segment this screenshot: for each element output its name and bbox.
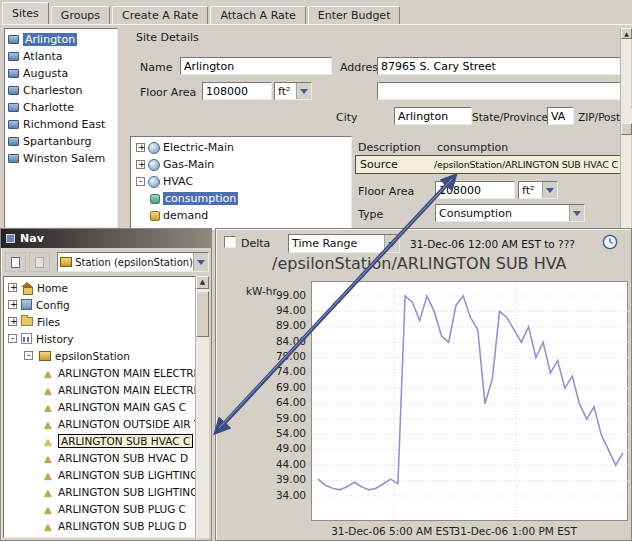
- dropdown-arrow-icon[interactable]: [193, 253, 208, 271]
- nav-history-item[interactable]: ARLINGTON MAIN ELECTRIC: [4, 364, 208, 381]
- nav-item-label: History: [36, 333, 73, 345]
- tree-item-demand[interactable]: demand: [150, 207, 351, 224]
- source-value: /epsilonStation/ARLINGTON SUB HVAC C: [434, 159, 618, 170]
- tab[interactable]: Attach A Rate: [210, 6, 305, 24]
- clock-icon[interactable]: [602, 234, 618, 250]
- nav-history-item[interactable]: ARLINGTON MAIN ELECTRIC: [4, 381, 208, 398]
- nav-item-label: epsilonStation: [55, 350, 130, 362]
- history-item-list: ARLINGTON MAIN ELECTRIC ARLINGTON MAIN E…: [4, 364, 208, 534]
- details-scrollbar[interactable]: ▲: [620, 28, 631, 232]
- copy-item-button[interactable]: [29, 252, 50, 272]
- site-list-item[interactable]: Charleston: [6, 82, 117, 99]
- nav-history-item[interactable]: ARLINGTON SUB HVAC C: [4, 432, 208, 449]
- tree-item-consumption[interactable]: consumption: [150, 190, 351, 207]
- nav-title-bar[interactable]: Nav: [1, 229, 211, 248]
- expand-icon[interactable]: [24, 351, 33, 360]
- tab[interactable]: Create A Rate: [112, 6, 208, 24]
- meter-floor-area-unit-value: ft²: [519, 184, 542, 197]
- nav-history-item[interactable]: ARLINGTON SUB LIGHTING: [4, 483, 208, 500]
- scroll-thumb[interactable]: [621, 123, 632, 135]
- site-list-item[interactable]: Winston Salem: [6, 150, 117, 167]
- scroll-up-button[interactable]: ▲: [621, 28, 632, 39]
- tab[interactable]: Sites: [2, 2, 49, 24]
- y-axis-tick-label: 44.00: [262, 458, 306, 470]
- scroll-up-button[interactable]: ▲: [196, 276, 209, 289]
- dropdown-arrow-icon[interactable]: [569, 205, 584, 221]
- tree-item-gas-main[interactable]: Gas-Main: [136, 156, 351, 173]
- meter-icon: [148, 142, 160, 154]
- nav-item-history[interactable]: History: [4, 330, 208, 347]
- nav-tree[interactable]: Home Config Files History epsilonStation…: [3, 276, 209, 538]
- site-label: Atlanta: [23, 50, 62, 63]
- nav-history-item[interactable]: ARLINGTON SUB PLUG D: [4, 517, 208, 534]
- floor-area-label: Floor Area: [140, 86, 196, 99]
- new-item-button[interactable]: [5, 252, 26, 272]
- dropdown-arrow-icon[interactable]: [542, 182, 557, 198]
- site-list-item[interactable]: Arlington: [6, 31, 117, 48]
- nav-item-label: ARLINGTON SUB LIGHTING: [58, 486, 198, 498]
- nav-history-item[interactable]: ARLINGTON MAIN GAS C: [4, 398, 208, 415]
- meter-icon: [148, 176, 160, 188]
- floor-area-input[interactable]: [202, 82, 272, 100]
- dropdown-arrow-icon[interactable]: [296, 83, 311, 99]
- site-details-heading: Site Details: [136, 31, 199, 44]
- date-range-text: 31-Dec-06 12:00 AM EST to ???: [410, 238, 575, 250]
- scroll-thumb[interactable]: [196, 291, 209, 337]
- nav-item-label: Home: [37, 282, 68, 294]
- site-label: Augusta: [23, 67, 68, 80]
- meter-floor-area-unit-select[interactable]: ft²: [518, 181, 558, 199]
- name-input[interactable]: [180, 57, 332, 75]
- x-axis-tick-label: 31-Dec-06 1:00 PM EST: [440, 525, 590, 537]
- station-select[interactable]: Station (epsilonStation): [57, 252, 209, 272]
- site-list-item[interactable]: Atlanta: [6, 48, 117, 65]
- history-chart-panel: Delta Time Range 31-Dec-06 12:00 AM EST …: [215, 228, 632, 541]
- type-select[interactable]: Consumption: [435, 204, 585, 222]
- site-manager-window: SitesGroupsCreate A RateAttach A RateEnt…: [0, 0, 632, 232]
- site-list[interactable]: Arlington Atlanta Augusta Charleston Cha…: [4, 28, 118, 228]
- nav-item-home[interactable]: Home: [4, 279, 208, 296]
- address-input[interactable]: [377, 57, 621, 75]
- site-list-item[interactable]: Augusta: [6, 65, 117, 82]
- expand-icon[interactable]: [8, 317, 17, 326]
- nav-item-files[interactable]: Files: [4, 313, 208, 330]
- meter-floor-area-label: Floor Area: [358, 185, 414, 198]
- state-input[interactable]: [547, 107, 574, 125]
- y-axis-tick-label: 74.00: [262, 365, 306, 377]
- delta-checkbox[interactable]: [224, 236, 236, 248]
- tree-item-hvac[interactable]: HVAC: [136, 173, 351, 190]
- y-axis-tick-label: 59.00: [262, 412, 306, 424]
- tab-bar: SitesGroupsCreate A RateAttach A RateEnt…: [2, 3, 632, 25]
- expand-icon[interactable]: [8, 334, 17, 343]
- nav-history-item[interactable]: ARLINGTON SUB LIGHTING: [4, 466, 208, 483]
- nav-history-item[interactable]: ARLINGTON OUTSIDE AIR T: [4, 415, 208, 432]
- dropdown-arrow-icon[interactable]: [384, 235, 399, 252]
- meter-floor-area-input[interactable]: [435, 181, 515, 199]
- history-delta-icon: [42, 418, 54, 430]
- nav-history-item[interactable]: ARLINGTON SUB PLUG C: [4, 500, 208, 517]
- expand-icon[interactable]: [8, 300, 17, 309]
- nav-history-item[interactable]: ARLINGTON SUB HVAC D: [4, 449, 208, 466]
- nav-item-station[interactable]: epsilonStation: [4, 347, 208, 364]
- expand-icon[interactable]: [136, 143, 145, 152]
- city-input[interactable]: [394, 107, 472, 125]
- site-list-item[interactable]: Spartanburg: [6, 133, 117, 150]
- site-icon: [8, 120, 19, 129]
- nav-scrollbar[interactable]: ▲: [195, 276, 209, 538]
- expand-icon[interactable]: [136, 177, 145, 186]
- tree-item-electric-main[interactable]: Electric-Main: [136, 139, 351, 156]
- address-line2-input[interactable]: [377, 82, 621, 100]
- plot-area[interactable]: [311, 281, 628, 521]
- tab[interactable]: Enter Budget: [308, 6, 401, 24]
- expand-icon[interactable]: [136, 160, 145, 169]
- source-field-highlighted[interactable]: Source /epsilonStation/ARLINGTON SUB HVA…: [355, 155, 626, 174]
- expand-icon[interactable]: [8, 283, 17, 292]
- y-axis-tick-label: 84.00: [262, 335, 306, 347]
- meter-tree[interactable]: Electric-Main Gas-Main HVAC consumption …: [130, 136, 352, 230]
- nav-item-config[interactable]: Config: [4, 296, 208, 313]
- site-list-item[interactable]: Charlotte: [6, 99, 117, 116]
- description-label: Description: [358, 141, 421, 154]
- y-axis-tick-label: 89.00: [262, 319, 306, 331]
- site-list-item[interactable]: Richmond East: [6, 116, 117, 133]
- tab[interactable]: Groups: [51, 6, 110, 24]
- floor-area-unit-select[interactable]: ft²: [274, 82, 312, 100]
